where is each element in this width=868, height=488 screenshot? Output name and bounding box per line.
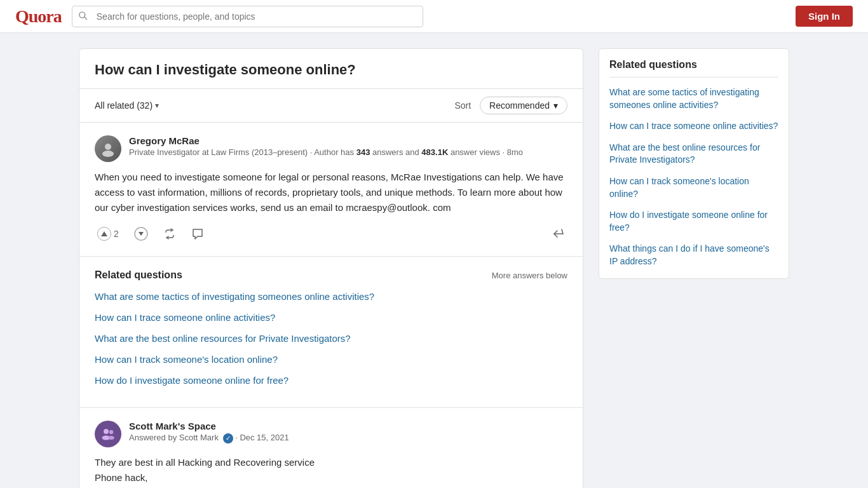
retweet-button-1[interactable]: [161, 225, 179, 243]
answer-author-2: Scott Mark's Space Answered by Scott Mar…: [95, 421, 567, 447]
answer-block-2: Scott Mark's Space Answered by Scott Mar…: [79, 408, 583, 488]
upvote-count-1: 2: [114, 229, 119, 239]
author-info-2: Scott Mark's Space Answered by Scott Mar…: [129, 421, 289, 444]
upvote-icon: [97, 227, 111, 241]
sidebar-link-6[interactable]: What things can I do if I have someone's…: [609, 243, 778, 268]
signin-button[interactable]: Sign In: [796, 6, 853, 27]
main-column: How can I investigate someone online? Al…: [79, 48, 583, 488]
answer-author-1: Gregory McRae Private Investigator at La…: [95, 135, 567, 162]
svg-point-8: [108, 436, 114, 440]
sidebar-link-5[interactable]: How do I investigate someone online for …: [609, 209, 778, 234]
related-link-5[interactable]: How do I investigate someone online for …: [95, 374, 567, 387]
downvote-button-1[interactable]: [132, 224, 151, 243]
chevron-down-icon: ▾: [155, 101, 159, 110]
search-bar: [72, 6, 424, 27]
sidebar-link-4[interactable]: How can I track someone's location onlin…: [609, 175, 778, 200]
related-link-4[interactable]: How can I track someone's location onlin…: [95, 353, 567, 366]
search-icon: [78, 11, 88, 22]
related-link-1[interactable]: What are some tactics of investigating s…: [95, 290, 567, 303]
answer-text-2: They are best in all Hacking and Recover…: [95, 455, 567, 485]
sidebar-card: Related questions What are some tactics …: [599, 48, 789, 279]
author-name-2: Scott Mark's Space: [129, 421, 289, 431]
more-answers-below: More answers below: [492, 271, 567, 280]
sort-value: Recommended: [489, 100, 550, 111]
comment-button-1[interactable]: [189, 225, 207, 243]
share-button-1[interactable]: [550, 225, 567, 243]
sidebar-title: Related questions: [609, 59, 778, 78]
svg-point-2: [105, 144, 111, 150]
upvote-button-1[interactable]: 2: [95, 224, 121, 243]
sidebar: Related questions What are some tactics …: [599, 48, 789, 488]
author-info-1: Gregory McRae Private Investigator at La…: [129, 135, 523, 157]
related-inline-header: Related questions More answers below: [95, 269, 567, 281]
question-title: How can I investigate someone online?: [95, 62, 567, 78]
author-meta-1: Private Investigator at Law Firms (2013–…: [129, 147, 523, 157]
author-name-1: Gregory McRae: [129, 135, 523, 146]
related-inline-title: Related questions: [95, 269, 182, 281]
related-link-2[interactable]: How can I trace someone online activitie…: [95, 311, 567, 324]
svg-point-7: [109, 430, 113, 434]
sort-dropdown[interactable]: Recommended ▾: [480, 97, 567, 114]
sidebar-link-2[interactable]: How can I trace someone online activitie…: [609, 120, 778, 133]
author-meta-2: Answered by Scott Mark ✓ · Dec 15, 2021: [129, 433, 289, 444]
verified-icon: ✓: [223, 433, 233, 444]
svg-line-1: [85, 17, 87, 19]
sidebar-link-1[interactable]: What are some tactics of investigating s…: [609, 86, 778, 111]
svg-point-3: [102, 151, 114, 157]
avatar-2: [95, 421, 121, 447]
sort-label: Sort: [454, 100, 471, 111]
question-title-section: How can I investigate someone online?: [79, 49, 583, 89]
svg-point-5: [104, 429, 109, 434]
sidebar-link-3[interactable]: What are the best online resources for P…: [609, 142, 778, 166]
answer-actions-1: 2: [95, 224, 567, 243]
avatar-1: [95, 135, 121, 162]
question-card: How can I investigate someone online? Al…: [79, 48, 583, 488]
quora-logo: Quora: [15, 6, 62, 27]
page-content: How can I investigate someone online? Al…: [69, 33, 799, 488]
answer-text-1: When you need to investigate someone for…: [95, 170, 567, 215]
filter-bar: All related (32) ▾ Sort Recommended ▾: [79, 89, 583, 123]
all-related-label: All related (32): [95, 100, 153, 111]
answer-block-1: Gregory McRae Private Investigator at La…: [79, 123, 583, 257]
related-link-3[interactable]: What are the best online resources for P…: [95, 332, 567, 345]
sort-chevron-icon: ▾: [553, 100, 558, 111]
search-input[interactable]: [72, 6, 424, 27]
header: Quora Sign In: [0, 0, 868, 33]
all-related-filter[interactable]: All related (32) ▾: [95, 100, 159, 111]
related-questions-inline: Related questions More answers below Wha…: [79, 257, 583, 408]
